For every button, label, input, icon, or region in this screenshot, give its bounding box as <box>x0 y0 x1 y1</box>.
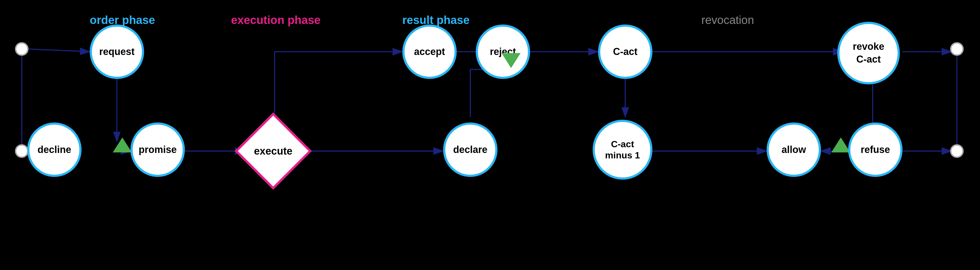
c-act-node: C-act <box>598 24 652 79</box>
revocation-label: revocation <box>702 14 754 27</box>
declare-node: declare <box>443 123 498 177</box>
start-dot-top <box>15 42 29 56</box>
execution-phase-label: execution phase <box>231 14 320 27</box>
order-phase-label: order phase <box>90 14 155 27</box>
triangle-reject <box>501 53 520 68</box>
diagram-container: order phase execution phase result phase… <box>0 0 980 270</box>
c-act-minus-1-node: C-act minus 1 <box>593 120 652 180</box>
execute-node: execute <box>242 120 304 182</box>
revoke-c-act-node: revoke C-act <box>837 22 900 85</box>
accept-node: accept <box>402 24 457 79</box>
end-dot-bottom <box>950 144 964 158</box>
request-node: request <box>90 24 144 79</box>
promise-node: promise <box>130 123 185 177</box>
allow-node: allow <box>767 123 821 177</box>
end-dot-top <box>950 42 964 56</box>
decline-node: decline <box>27 123 81 177</box>
reject-node: reject <box>476 24 530 79</box>
start-dot-bottom <box>15 144 29 158</box>
svg-line-2 <box>29 49 90 52</box>
triangle-promise <box>113 137 132 152</box>
result-phase-label: result phase <box>402 14 469 27</box>
refuse-node: refuse <box>848 123 902 177</box>
triangle-allow <box>831 137 850 152</box>
